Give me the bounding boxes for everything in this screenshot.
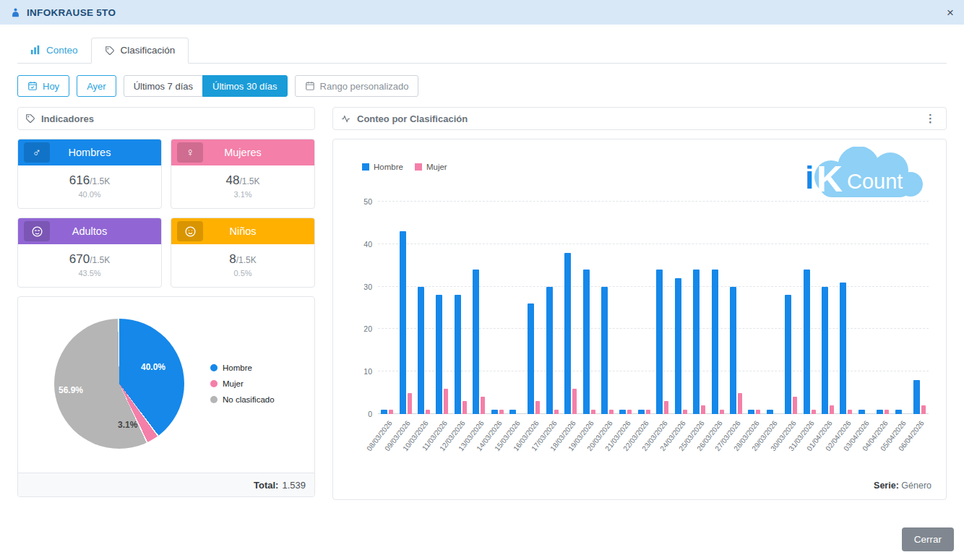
- bar-chart-icon: [30, 45, 40, 55]
- filter-ayer-button[interactable]: Ayer: [77, 75, 116, 97]
- bar-group: 27/03/2026: [727, 202, 745, 414]
- card-denominator: /1.5K: [90, 176, 110, 186]
- bar-mujer: [572, 389, 577, 414]
- pie-wrap: 40.0% 3.1% 56.9% Hombre Mujer No clasifi…: [18, 297, 314, 449]
- card-denominator: /1.5K: [90, 255, 110, 265]
- activity-icon: [340, 114, 351, 124]
- legend-swatch: [362, 163, 369, 171]
- bar-hombre: [619, 410, 626, 414]
- bar-mujer: [756, 410, 760, 414]
- bar-mujer: [738, 393, 742, 414]
- window-title: INFOKRAUSE 5TO: [27, 7, 116, 18]
- card-value: 48: [226, 173, 240, 187]
- logo-i: i: [805, 160, 814, 195]
- tab-conteo[interactable]: Conteo: [17, 38, 91, 63]
- bar-group: 11/03/2026: [433, 202, 451, 414]
- bar-mujer: [848, 410, 852, 414]
- legend-item-no-clasificado: No clasificado: [210, 395, 275, 404]
- bar-mujer: [720, 410, 724, 414]
- bar-hombre: [546, 287, 553, 414]
- bar-mujer: [499, 410, 504, 414]
- bar-mujer: [646, 410, 650, 414]
- legend-label: Mujer: [223, 379, 244, 388]
- legend-item-hombre: Hombre: [362, 163, 403, 171]
- filter-hoy-button[interactable]: Hoy: [17, 75, 69, 97]
- tab-bar: Conteo Clasificación: [17, 38, 947, 64]
- filter-30dias-label: Últimos 30 días: [212, 81, 277, 92]
- pie-label-no-clasificado: 56.9%: [59, 385, 83, 395]
- calendar-check-icon: [27, 81, 38, 91]
- bar-hombre: [638, 410, 645, 414]
- filter-rango-button[interactable]: Rango personalizado: [295, 75, 419, 97]
- close-icon[interactable]: ×: [947, 7, 954, 19]
- bar-hombre: [804, 270, 810, 414]
- cerrar-button[interactable]: Cerrar: [902, 527, 954, 551]
- card-value: 616: [69, 173, 90, 187]
- filter-rango-label: Rango personalizado: [320, 81, 409, 92]
- serie-label: Serie:: [874, 481, 899, 491]
- app-window: INFOKRAUSE 5TO × Conteo Clasificación Ho…: [0, 0, 964, 560]
- bar-mujer: [830, 405, 834, 414]
- bar-mujer: [793, 397, 797, 414]
- chart-legend: Hombre Mujer: [362, 163, 447, 171]
- bar-hombre: [436, 295, 442, 414]
- card-header: ♂ Hombres: [18, 139, 161, 165]
- bar-hombre: [564, 253, 571, 414]
- tab-clasificacion[interactable]: Clasificación: [91, 38, 189, 64]
- bar-hombre: [840, 283, 846, 414]
- card-percent: 0.5%: [171, 269, 314, 277]
- pie-label-mujer: 3.1%: [118, 420, 137, 430]
- pie-chart: 40.0% 3.1% 56.9%: [54, 319, 184, 449]
- kebab-menu-icon[interactable]: ⋮: [922, 112, 939, 125]
- bar-hombre: [913, 380, 920, 414]
- filter-range-group: Últimos 7 días Últimos 30 días: [124, 75, 288, 97]
- bar-group: 14/03/2026: [488, 202, 506, 414]
- bar-group: 20/03/2026: [598, 202, 616, 414]
- bar-mujer: [554, 410, 559, 414]
- legend-label: No clasificado: [223, 395, 275, 404]
- bar-group: 13/03/2026: [470, 202, 488, 414]
- bar-mujer: [812, 410, 816, 414]
- pie-card: 40.0% 3.1% 56.9% Hombre Mujer No clasifi…: [17, 296, 315, 497]
- tag-icon: [25, 113, 35, 124]
- bar-hombre: [858, 410, 865, 414]
- bar-hombre: [656, 270, 663, 414]
- legend-swatch: [415, 163, 422, 171]
- legend-label: Mujer: [426, 163, 447, 171]
- indicator-cards: ♂ Hombres 616/1.5K 40.0% ♀ Mujeres 48/1.…: [17, 139, 315, 288]
- bar-hombre: [491, 410, 498, 414]
- bar-mujer: [885, 410, 889, 414]
- bar-hombre: [822, 287, 828, 414]
- classification-panel: Conteo por Clasificación ⋮ Hombre Mujer: [332, 107, 947, 500]
- bar-group: 29/03/2026: [764, 202, 782, 414]
- card-body: 48/1.5K 3.1%: [171, 165, 314, 208]
- adult-face-icon: [24, 221, 50, 241]
- filter-7dias-button[interactable]: Últimos 7 días: [124, 75, 203, 97]
- card-label: Adultos: [72, 225, 107, 237]
- bar-mujer: [481, 397, 485, 414]
- tab-conteo-label: Conteo: [46, 45, 78, 56]
- ikcount-logo: i K Count: [789, 147, 930, 206]
- bar-mujer: [701, 405, 705, 414]
- female-icon: ♀: [177, 142, 203, 163]
- legend-item-hombre: Hombre: [210, 363, 275, 372]
- y-axis-label: 50: [352, 197, 372, 206]
- bar-group: 30/03/2026: [782, 202, 800, 414]
- bar-hombre: [528, 303, 534, 414]
- bar-group: 02/04/2026: [837, 202, 855, 414]
- bar-hombre: [693, 270, 700, 414]
- bar-hombre: [730, 287, 736, 414]
- bar-hombre: [400, 231, 406, 414]
- bar-hombre: [712, 270, 718, 414]
- y-axis-label: 40: [352, 240, 372, 249]
- bar-mujer: [408, 393, 412, 414]
- bar-group: 06/04/2026: [911, 202, 929, 414]
- tab-clasificacion-label: Clasificación: [121, 45, 176, 56]
- card-denominator: /1.5K: [236, 255, 257, 265]
- bar-group: 03/04/2026: [856, 202, 874, 414]
- titlebar: INFOKRAUSE 5TO ×: [0, 0, 964, 25]
- bar-mujer: [535, 401, 540, 414]
- filter-30dias-button[interactable]: Últimos 30 días: [202, 75, 288, 97]
- classification-title: Conteo por Clasificación: [357, 113, 468, 124]
- classification-header: Conteo por Clasificación ⋮: [332, 107, 947, 130]
